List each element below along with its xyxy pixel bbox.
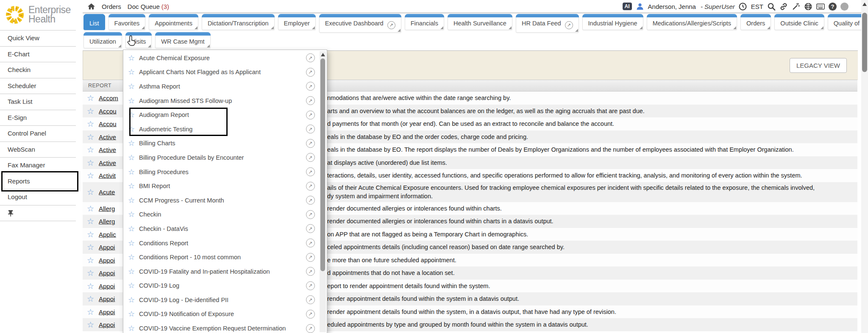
sidebar-item[interactable]: Fax Manager [0, 157, 76, 173]
sidebar-item[interactable]: Logout [0, 189, 76, 205]
open-in-new-window-icon[interactable]: ↗ [306, 196, 315, 205]
favorite-star-icon[interactable]: ☆ [128, 68, 137, 76]
favorite-star-icon[interactable]: ☆ [87, 107, 94, 115]
report-menu-item[interactable]: ☆ Asthma Report ↗ [123, 79, 318, 94]
report-menu-item[interactable]: ☆ Conditions Report - 10 most common ↗ [123, 250, 318, 264]
favorite-star-icon[interactable]: ☆ [128, 111, 137, 119]
report-link[interactable]: Accom [99, 94, 118, 102]
open-in-new-window-icon[interactable]: ↗ [306, 239, 315, 247]
tab[interactable]: Dictation/Transcription [202, 14, 275, 30]
report-menu-item[interactable]: ☆ COVID-19 Vaccine Exemption Request Det… [123, 321, 318, 333]
favorite-star-icon[interactable]: ☆ [128, 282, 137, 289]
favorite-star-icon[interactable]: ☆ [128, 310, 137, 318]
favorite-star-icon[interactable]: ☆ [87, 204, 94, 212]
open-in-new-window-icon[interactable]: ↗ [306, 310, 315, 319]
favorite-star-icon[interactable]: ☆ [87, 308, 94, 316]
report-menu-item[interactable]: ☆ Conditions Report ↗ [123, 236, 318, 250]
report-link[interactable]: Appoi [99, 269, 115, 277]
report-link[interactable]: Active [99, 159, 116, 166]
keyboard-icon[interactable] [816, 2, 825, 11]
open-in-new-window-icon[interactable]: ↗ [306, 139, 315, 148]
open-in-new-window-icon[interactable]: ↗ [306, 324, 315, 333]
help-icon[interactable]: ? [829, 3, 837, 11]
report-link[interactable]: Activit [99, 172, 116, 179]
tab[interactable]: HR Data Feed↗ [516, 14, 579, 33]
favorite-star-icon[interactable]: ☆ [87, 146, 94, 154]
open-in-new-window-icon[interactable]: ↗ [565, 21, 573, 29]
favorite-star-icon[interactable]: ☆ [87, 243, 94, 251]
report-menu-item[interactable]: ☆ Billing Charts ↗ [123, 136, 318, 151]
report-menu-item[interactable]: ☆ BMI Report ↗ [123, 179, 318, 193]
tab[interactable]: Outside Clinic [774, 14, 824, 30]
sidebar-item[interactable]: Scheduler [0, 78, 76, 94]
tab[interactable]: Financials [405, 14, 444, 30]
tab[interactable]: Favorites [108, 14, 146, 30]
favorite-star-icon[interactable]: ☆ [128, 225, 137, 233]
favorite-star-icon[interactable]: ☆ [128, 253, 137, 261]
report-menu-item[interactable]: ☆ Checkin ↗ [123, 208, 318, 222]
tab[interactable]: Industrial Hygiene [582, 14, 643, 30]
report-menu-item[interactable]: ☆ COVID-19 Log - De-identified PII ↗ [123, 293, 318, 307]
breadcrumb-orders[interactable]: Orders [102, 3, 121, 10]
open-in-new-window-icon[interactable]: ↗ [306, 53, 315, 62]
tab[interactable]: Medications/Allergies/Scripts [647, 14, 737, 30]
sidebar-item[interactable]: Task List [0, 94, 76, 110]
sidebar-pin-row[interactable] [0, 205, 76, 221]
favorite-star-icon[interactable]: ☆ [87, 321, 94, 329]
favorite-star-icon[interactable]: ☆ [87, 94, 94, 102]
wand-icon[interactable] [792, 2, 800, 11]
report-menu-item[interactable]: ☆ COVID-19 Fatality and In-patient Hospi… [123, 264, 318, 279]
favorite-star-icon[interactable]: ☆ [128, 239, 137, 247]
report-link[interactable]: Appoi [99, 282, 115, 289]
sidebar-item[interactable]: E-Chart [0, 46, 76, 62]
tab[interactable]: Visits [125, 32, 152, 48]
breadcrumb-doc-queue[interactable]: Doc Queue(3) [128, 3, 169, 10]
report-link[interactable]: Appoi [99, 295, 115, 302]
report-menu-item[interactable]: ☆ Audiometric Testing ↗ [123, 122, 318, 136]
sidebar-item[interactable]: Reports [0, 173, 76, 189]
favorite-star-icon[interactable]: ☆ [87, 120, 94, 128]
sidebar-item[interactable]: Quick View [0, 30, 76, 46]
sidebar-item[interactable]: E-Sign [0, 110, 76, 126]
search-icon[interactable] [767, 2, 776, 11]
open-in-new-window-icon[interactable]: ↗ [387, 21, 395, 29]
favorite-star-icon[interactable]: ☆ [128, 325, 137, 332]
open-in-new-window-icon[interactable]: ↗ [306, 295, 315, 304]
scroll-up-arrow-icon[interactable] [862, 3, 867, 6]
favorite-star-icon[interactable]: ☆ [128, 168, 137, 176]
favorite-star-icon[interactable]: ☆ [128, 296, 137, 304]
report-menu-item[interactable]: ☆ COVID-19 Notification of Exposure ↗ [123, 307, 318, 322]
open-in-new-window-icon[interactable]: ↗ [306, 153, 315, 162]
home-icon[interactable] [87, 2, 95, 11]
favorite-star-icon[interactable]: ☆ [128, 54, 137, 62]
report-menu-item[interactable]: ☆ Billing Procedures ↗ [123, 165, 318, 179]
report-link[interactable]: Applic [99, 230, 116, 238]
favorite-star-icon[interactable]: ☆ [87, 172, 94, 180]
favorite-star-icon[interactable]: ☆ [87, 133, 94, 141]
favorite-star-icon[interactable]: ☆ [87, 295, 94, 303]
favorite-star-icon[interactable]: ☆ [87, 158, 94, 166]
tab[interactable]: Utilization [83, 32, 122, 48]
report-link[interactable]: Allerg [99, 218, 115, 225]
open-in-new-window-icon[interactable]: ↗ [306, 253, 315, 262]
report-menu-item[interactable]: ☆ Acute Chemical Exposure ↗ [123, 51, 318, 65]
sidebar-item[interactable]: Control Panel [0, 125, 76, 142]
sidebar-item[interactable]: WebScan [0, 142, 76, 158]
report-link[interactable]: Accou [99, 107, 117, 114]
report-link[interactable]: Appoi [99, 244, 115, 251]
dropdown-scrollbar-thumb[interactable] [320, 58, 325, 271]
page-scrollbar[interactable] [861, 0, 868, 333]
favorite-star-icon[interactable]: ☆ [87, 230, 94, 238]
tab[interactable]: Orders [740, 14, 771, 30]
ai-badge[interactable]: AI [623, 3, 632, 10]
tab[interactable]: Health Surveillance [448, 14, 512, 30]
tab[interactable]: WR Case Mgmt [155, 32, 210, 48]
open-in-new-window-icon[interactable]: ↗ [306, 167, 315, 176]
report-link[interactable]: Appoi [99, 256, 115, 264]
report-link[interactable]: Accou [99, 120, 117, 128]
open-in-new-window-icon[interactable]: ↗ [306, 68, 315, 77]
timezone-label[interactable]: EST [751, 3, 763, 10]
report-link[interactable]: Active [99, 146, 116, 153]
report-menu-item[interactable]: ☆ Audiogram Missed STS Follow-up ↗ [123, 94, 318, 108]
favorite-star-icon[interactable]: ☆ [128, 211, 137, 218]
